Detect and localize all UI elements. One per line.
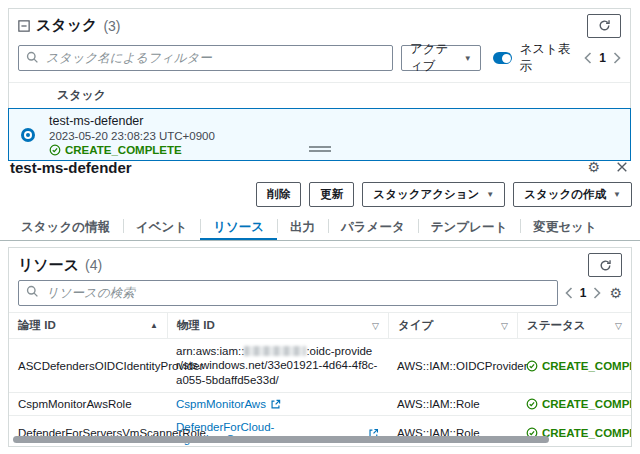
external-link-icon [270, 399, 281, 410]
nested-view-label: ネスト表示 [519, 41, 576, 75]
stacks-pagination: 1 [584, 51, 621, 65]
resource-physical-id: arn:aws:iam:::oidc-provider/sts.windows.… [167, 339, 388, 392]
stack-detail-split-panel: test-ms-defender ⚙ 削除 更新 スタックアクション ▼ スタッ… [0, 152, 640, 447]
sort-toggle-icon: ▽ [615, 321, 622, 331]
horizontal-scrollbar [9, 436, 631, 444]
tab-change-sets[interactable]: 変更セット [520, 214, 609, 240]
column-header-type[interactable]: タイプ ▽ [388, 313, 517, 338]
create-stack-dropdown-button[interactable]: スタックの作成 ▼ [513, 182, 632, 207]
tab-outputs[interactable]: 出力 [277, 214, 328, 240]
column-header-logical-id[interactable]: 論理 ID ▲ [9, 313, 167, 338]
tab-events[interactable]: イベント [123, 214, 200, 240]
stacks-list-panel: スタック (3) アクティブ ▼ ネスト表示 1 [8, 8, 631, 161]
chevron-down-icon: ▼ [613, 190, 621, 199]
resources-refresh-button[interactable] [588, 253, 622, 277]
horizontal-scrollbar-thumb[interactable] [13, 436, 549, 443]
collapse-icon[interactable] [18, 20, 30, 32]
resources-pagination: 1 [565, 286, 602, 300]
next-page-icon[interactable] [613, 52, 621, 64]
current-page[interactable]: 1 [573, 286, 594, 300]
resource-search [18, 280, 558, 306]
sort-toggle-icon: ▽ [372, 321, 379, 331]
tab-stack-info[interactable]: スタックの情報 [8, 214, 123, 240]
update-button[interactable]: 更新 [309, 182, 354, 207]
stack-status-filter-dropdown[interactable]: アクティブ ▼ [401, 45, 481, 71]
stack-column-header[interactable]: スタック [9, 82, 630, 108]
resource-logical-id: ASCDefendersOIDCIdentityProvider [9, 339, 167, 392]
sort-ascending-icon: ▲ [150, 321, 158, 330]
table-preferences-gear-icon[interactable]: ⚙ [609, 285, 622, 301]
stack-filter-input[interactable] [18, 45, 393, 71]
nested-view-toggle[interactable] [493, 52, 513, 64]
resource-status: CREATE_COMPLETE [517, 393, 632, 415]
column-header-physical-id[interactable]: 物理 ID ▽ [167, 313, 388, 338]
resource-physical-id: CspmMonitorAws [167, 393, 388, 415]
stack-actions-toolbar: 削除 更新 スタックアクション ▼ スタックの作成 ▼ [0, 176, 640, 207]
delete-button[interactable]: 削除 [256, 182, 301, 207]
current-page[interactable]: 1 [592, 51, 613, 65]
stack-detail-tabs: スタックの情報 イベント リソース 出力 パラメータ テンプレート 変更セット [0, 214, 640, 241]
resource-type: AWS::IAM::OIDCProvider [388, 339, 517, 392]
resources-title-text: リソース [18, 256, 79, 275]
sort-toggle-icon: ▽ [501, 321, 508, 331]
resource-row: ASCDefendersOIDCIdentityProvider arn:aws… [9, 339, 631, 393]
stack-status-filter-value: アクティブ [410, 41, 457, 75]
resource-search-input[interactable] [18, 280, 558, 306]
close-icon[interactable] [616, 161, 628, 173]
check-circle-icon [526, 360, 538, 372]
cloudformation-console: スタック (3) アクティブ ▼ ネスト表示 1 [0, 0, 640, 454]
resource-status: CREATE_COMPLETE [517, 339, 632, 392]
prev-page-icon[interactable] [584, 52, 592, 64]
column-header-status[interactable]: ステータス ▽ [517, 313, 631, 338]
tab-resources[interactable]: リソース [200, 214, 277, 240]
stacks-count: (3) [103, 18, 120, 34]
resources-panel: リソース (4) 1 ⚙ [8, 247, 632, 447]
resource-logical-id: CspmMonitorAwsRole [9, 393, 167, 415]
stack-name: test-ms-defender [49, 114, 215, 128]
physical-id-link[interactable]: CspmMonitorAws [176, 398, 281, 410]
stack-created-timestamp: 2023-05-20 23:08:23 UTC+0900 [49, 130, 215, 142]
preferences-gear-icon[interactable]: ⚙ [587, 159, 600, 175]
next-page-icon[interactable] [593, 287, 601, 299]
resource-row: CspmMonitorAwsRole CspmMonitorAws AWS::I… [9, 393, 631, 416]
stack-filter-search [18, 45, 393, 71]
redacted-account-id [244, 346, 306, 356]
resources-table-header: 論理 ID ▲ 物理 ID ▽ タイプ ▽ ステータス ▽ [9, 312, 631, 339]
tab-parameters[interactable]: パラメータ [328, 214, 418, 240]
stack-actions-dropdown-button[interactable]: スタックアクション ▼ [362, 182, 505, 207]
chevron-down-icon: ▼ [486, 190, 494, 199]
stack-radio-selected[interactable] [21, 128, 35, 142]
tab-template[interactable]: テンプレート [418, 214, 520, 240]
stacks-panel-title: スタック (3) [18, 16, 121, 35]
split-panel-title: test-ms-defender [10, 159, 132, 176]
stacks-title-text: スタック [36, 16, 97, 35]
search-icon [26, 51, 39, 64]
chevron-down-icon: ▼ [464, 54, 472, 63]
stacks-refresh-button[interactable] [587, 14, 621, 38]
resources-count: (4) [85, 257, 102, 273]
resource-type: AWS::IAM::Role [388, 393, 517, 415]
check-circle-icon [526, 398, 538, 410]
prev-page-icon[interactable] [565, 287, 573, 299]
search-icon [26, 285, 39, 298]
